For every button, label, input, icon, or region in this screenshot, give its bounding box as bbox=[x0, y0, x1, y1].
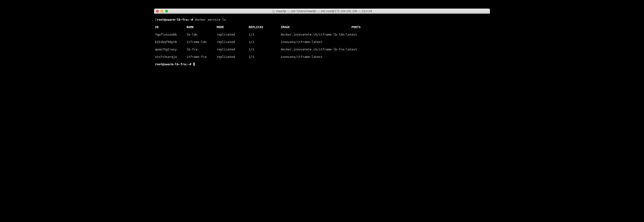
shell-prompt: root@swarm-lb-fra:~# bbox=[157, 18, 193, 22]
table-row: k1b1bqf9dpt0itframe-ldnreplicated1/1inno… bbox=[155, 40, 489, 44]
header-replicas: REPLICAS bbox=[249, 25, 281, 29]
cell-image: innovate/itframe:latest bbox=[281, 40, 352, 44]
command-text: docker service ls bbox=[195, 18, 226, 22]
cell-ports bbox=[352, 40, 375, 44]
cell-id: 7qpflxsuzwbb bbox=[155, 33, 186, 37]
cell-id: uto7v3sarqja bbox=[155, 55, 186, 59]
window-titlebar[interactable]: maartje — ssh /Users/maartje — ssh root@… bbox=[154, 9, 490, 14]
cell-mode: replicated bbox=[217, 48, 249, 51]
cell-name: lb-fra bbox=[186, 48, 217, 51]
cell-id: k1b1bqf9dpt0 bbox=[155, 40, 186, 44]
cell-ports bbox=[352, 33, 375, 37]
close-button[interactable] bbox=[156, 10, 159, 13]
cell-replicas: 1/1 bbox=[249, 48, 281, 51]
window-title-container: maartje — ssh /Users/maartje — ssh root@… bbox=[272, 9, 372, 13]
cell-image: innovate/itframe:latest bbox=[281, 55, 352, 59]
cell-name: itframe-ldn bbox=[186, 40, 217, 44]
table-row: uto7v3sarqjaitframe-frareplicated1/1inno… bbox=[155, 55, 489, 59]
header-image: IMAGE bbox=[281, 25, 352, 29]
cell-mode: replicated bbox=[217, 33, 249, 37]
header-mode: MODE bbox=[217, 25, 249, 29]
cell-ports bbox=[352, 55, 375, 59]
table-row: 7qpflxsuzwbblb-ldnreplicated1/1docker.in… bbox=[155, 33, 489, 37]
final-prompt-line: root@swarm-lb-fra:~# bbox=[155, 63, 489, 66]
cell-id: qwan75gtrwsy bbox=[155, 48, 186, 51]
command-line: [root@swarm-lb-fra:~# docker service ls bbox=[155, 18, 489, 22]
window-title: maartje — ssh /Users/maartje — ssh root@… bbox=[276, 9, 372, 13]
home-icon bbox=[272, 10, 275, 13]
cell-image: docker.innovatete.ch/itframe-lb-ldn:late… bbox=[281, 33, 352, 37]
cell-image: docker.innovatete.ch/itframe-lb-fra:late… bbox=[281, 48, 352, 51]
zoom-button[interactable] bbox=[165, 10, 168, 13]
cell-ports bbox=[352, 48, 375, 51]
terminal-window: maartje — ssh /Users/maartje — ssh root@… bbox=[154, 9, 490, 105]
cell-replicas: 1/1 bbox=[249, 33, 281, 37]
minimize-button[interactable] bbox=[160, 10, 163, 13]
cell-mode: replicated bbox=[217, 40, 249, 44]
traffic-lights bbox=[156, 10, 168, 13]
cell-replicas: 1/1 bbox=[249, 55, 281, 59]
shell-prompt: root@swarm-lb-fra:~# bbox=[155, 63, 192, 66]
header-id: ID bbox=[155, 25, 186, 29]
cell-name: itframe-fra bbox=[186, 55, 217, 59]
cursor bbox=[193, 63, 195, 66]
cell-replicas: 1/1 bbox=[249, 40, 281, 44]
table-row: qwan75gtrwsylb-frareplicated1/1docker.in… bbox=[155, 48, 489, 51]
cell-name: lb-ldn bbox=[186, 33, 217, 37]
header-name: NAME bbox=[186, 25, 217, 29]
header-ports: PORTS bbox=[352, 25, 375, 29]
terminal-content[interactable]: [root@swarm-lb-fra:~# docker service ls … bbox=[154, 14, 490, 105]
bracket-open: [ bbox=[155, 18, 157, 22]
table-header-row: IDNAMEMODEREPLICASIMAGEPORTS bbox=[155, 25, 489, 29]
cell-mode: replicated bbox=[217, 55, 249, 59]
